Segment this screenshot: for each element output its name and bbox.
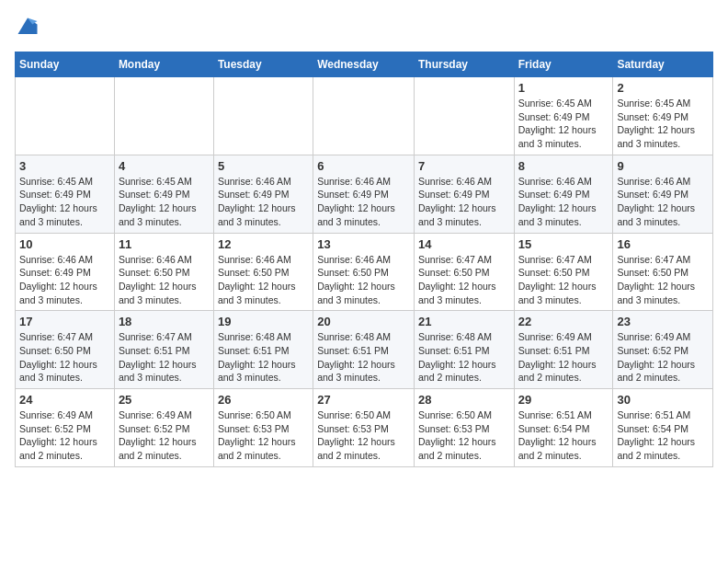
day-number: 23	[617, 315, 709, 328]
day-number: 7	[418, 159, 510, 173]
calendar-cell: 21Sunrise: 6:48 AM Sunset: 6:51 PM Dayli…	[414, 311, 514, 389]
day-info: Sunrise: 6:48 AM Sunset: 6:51 PM Dayligh…	[418, 330, 510, 385]
day-number: 26	[218, 393, 309, 407]
calendar-cell	[114, 77, 213, 155]
day-info: Sunrise: 6:45 AM Sunset: 6:49 PM Dayligh…	[518, 97, 609, 151]
day-header-monday: Monday	[114, 52, 213, 77]
day-number: 13	[317, 237, 410, 251]
calendar-cell: 24Sunrise: 6:49 AM Sunset: 6:52 PM Dayli…	[16, 389, 115, 467]
day-number: 25	[119, 393, 210, 407]
day-header-tuesday: Tuesday	[213, 52, 313, 77]
day-number: 29	[518, 393, 609, 407]
day-number: 6	[317, 159, 410, 173]
calendar-cell: 29Sunrise: 6:51 AM Sunset: 6:54 PM Dayli…	[514, 389, 613, 467]
calendar-cell: 14Sunrise: 6:47 AM Sunset: 6:50 PM Dayli…	[414, 233, 514, 311]
day-number: 28	[418, 393, 510, 407]
day-number: 19	[218, 315, 309, 328]
page-header	[15, 15, 713, 40]
day-number: 8	[518, 159, 609, 173]
day-info: Sunrise: 6:51 AM Sunset: 6:54 PM Dayligh…	[518, 408, 609, 463]
calendar-cell: 1Sunrise: 6:45 AM Sunset: 6:49 PM Daylig…	[514, 77, 613, 155]
day-header-friday: Friday	[514, 52, 613, 77]
day-number: 15	[518, 237, 609, 251]
calendar-cell: 19Sunrise: 6:48 AM Sunset: 6:51 PM Dayli…	[213, 311, 313, 389]
calendar-cell: 26Sunrise: 6:50 AM Sunset: 6:53 PM Dayli…	[213, 389, 313, 467]
calendar-cell: 23Sunrise: 6:49 AM Sunset: 6:52 PM Dayli…	[613, 311, 713, 389]
calendar-week-row: 3Sunrise: 6:45 AM Sunset: 6:49 PM Daylig…	[16, 155, 713, 233]
day-info: Sunrise: 6:49 AM Sunset: 6:52 PM Dayligh…	[119, 408, 210, 463]
logo-icon	[15, 15, 40, 40]
day-number: 14	[418, 237, 510, 251]
day-number: 10	[19, 237, 110, 251]
day-info: Sunrise: 6:49 AM Sunset: 6:51 PM Dayligh…	[518, 330, 609, 385]
day-info: Sunrise: 6:49 AM Sunset: 6:52 PM Dayligh…	[19, 408, 110, 463]
day-info: Sunrise: 6:46 AM Sunset: 6:49 PM Dayligh…	[218, 175, 309, 229]
calendar-cell: 15Sunrise: 6:47 AM Sunset: 6:50 PM Dayli…	[514, 233, 613, 311]
day-info: Sunrise: 6:46 AM Sunset: 6:49 PM Dayligh…	[518, 175, 609, 229]
day-info: Sunrise: 6:46 AM Sunset: 6:49 PM Dayligh…	[418, 175, 510, 229]
day-info: Sunrise: 6:47 AM Sunset: 6:51 PM Dayligh…	[119, 330, 210, 385]
day-info: Sunrise: 6:45 AM Sunset: 6:49 PM Dayligh…	[119, 175, 210, 229]
calendar-cell: 5Sunrise: 6:46 AM Sunset: 6:49 PM Daylig…	[213, 155, 313, 233]
calendar-cell: 25Sunrise: 6:49 AM Sunset: 6:52 PM Dayli…	[114, 389, 213, 467]
day-info: Sunrise: 6:46 AM Sunset: 6:50 PM Dayligh…	[218, 253, 309, 307]
day-info: Sunrise: 6:51 AM Sunset: 6:54 PM Dayligh…	[617, 408, 709, 463]
calendar-cell: 16Sunrise: 6:47 AM Sunset: 6:50 PM Dayli…	[613, 233, 713, 311]
day-number: 9	[617, 159, 709, 173]
day-info: Sunrise: 6:48 AM Sunset: 6:51 PM Dayligh…	[218, 330, 309, 385]
day-info: Sunrise: 6:46 AM Sunset: 6:49 PM Dayligh…	[617, 175, 709, 229]
calendar-cell: 7Sunrise: 6:46 AM Sunset: 6:49 PM Daylig…	[414, 155, 514, 233]
calendar-cell: 6Sunrise: 6:46 AM Sunset: 6:49 PM Daylig…	[313, 155, 415, 233]
calendar-cell: 9Sunrise: 6:46 AM Sunset: 6:49 PM Daylig…	[613, 155, 713, 233]
day-info: Sunrise: 6:46 AM Sunset: 6:49 PM Dayligh…	[317, 175, 410, 229]
day-number: 11	[119, 237, 210, 251]
day-number: 21	[418, 315, 510, 328]
calendar-cell: 20Sunrise: 6:48 AM Sunset: 6:51 PM Dayli…	[313, 311, 415, 389]
calendar-cell: 12Sunrise: 6:46 AM Sunset: 6:50 PM Dayli…	[213, 233, 313, 311]
calendar-week-row: 10Sunrise: 6:46 AM Sunset: 6:49 PM Dayli…	[16, 233, 713, 311]
calendar-week-row: 24Sunrise: 6:49 AM Sunset: 6:52 PM Dayli…	[16, 389, 713, 467]
day-info: Sunrise: 6:46 AM Sunset: 6:49 PM Dayligh…	[19, 253, 110, 307]
calendar-cell	[16, 77, 115, 155]
day-number: 17	[19, 315, 110, 328]
calendar-table: SundayMondayTuesdayWednesdayThursdayFrid…	[15, 52, 713, 467]
day-info: Sunrise: 6:47 AM Sunset: 6:50 PM Dayligh…	[418, 253, 510, 307]
calendar-cell: 30Sunrise: 6:51 AM Sunset: 6:54 PM Dayli…	[613, 389, 713, 467]
calendar-header-row: SundayMondayTuesdayWednesdayThursdayFrid…	[16, 52, 713, 77]
day-info: Sunrise: 6:50 AM Sunset: 6:53 PM Dayligh…	[418, 408, 510, 463]
day-info: Sunrise: 6:45 AM Sunset: 6:49 PM Dayligh…	[617, 97, 709, 151]
day-info: Sunrise: 6:47 AM Sunset: 6:50 PM Dayligh…	[19, 330, 110, 385]
logo	[15, 15, 44, 40]
calendar-cell: 2Sunrise: 6:45 AM Sunset: 6:49 PM Daylig…	[613, 77, 713, 155]
day-number: 30	[617, 393, 709, 407]
calendar-cell	[414, 77, 514, 155]
calendar-cell	[213, 77, 313, 155]
calendar-cell	[313, 77, 415, 155]
calendar-cell: 27Sunrise: 6:50 AM Sunset: 6:53 PM Dayli…	[313, 389, 415, 467]
calendar-cell: 8Sunrise: 6:46 AM Sunset: 6:49 PM Daylig…	[514, 155, 613, 233]
calendar-cell: 18Sunrise: 6:47 AM Sunset: 6:51 PM Dayli…	[114, 311, 213, 389]
day-header-thursday: Thursday	[414, 52, 514, 77]
day-header-saturday: Saturday	[613, 52, 713, 77]
day-info: Sunrise: 6:50 AM Sunset: 6:53 PM Dayligh…	[317, 408, 410, 463]
day-number: 3	[19, 159, 110, 173]
day-number: 22	[518, 315, 609, 328]
calendar-cell: 28Sunrise: 6:50 AM Sunset: 6:53 PM Dayli…	[414, 389, 514, 467]
day-header-sunday: Sunday	[16, 52, 115, 77]
day-number: 16	[617, 237, 709, 251]
calendar-week-row: 17Sunrise: 6:47 AM Sunset: 6:50 PM Dayli…	[16, 311, 713, 389]
day-info: Sunrise: 6:46 AM Sunset: 6:50 PM Dayligh…	[317, 253, 410, 307]
day-info: Sunrise: 6:46 AM Sunset: 6:50 PM Dayligh…	[119, 253, 210, 307]
day-number: 1	[518, 81, 609, 95]
calendar-cell: 11Sunrise: 6:46 AM Sunset: 6:50 PM Dayli…	[114, 233, 213, 311]
day-info: Sunrise: 6:48 AM Sunset: 6:51 PM Dayligh…	[317, 330, 410, 385]
calendar-cell: 4Sunrise: 6:45 AM Sunset: 6:49 PM Daylig…	[114, 155, 213, 233]
day-number: 5	[218, 159, 309, 173]
day-header-wednesday: Wednesday	[313, 52, 415, 77]
day-number: 4	[119, 159, 210, 173]
calendar-cell: 10Sunrise: 6:46 AM Sunset: 6:49 PM Dayli…	[16, 233, 115, 311]
day-number: 24	[19, 393, 110, 407]
calendar-cell: 17Sunrise: 6:47 AM Sunset: 6:50 PM Dayli…	[16, 311, 115, 389]
day-info: Sunrise: 6:47 AM Sunset: 6:50 PM Dayligh…	[518, 253, 609, 307]
day-number: 20	[317, 315, 410, 328]
